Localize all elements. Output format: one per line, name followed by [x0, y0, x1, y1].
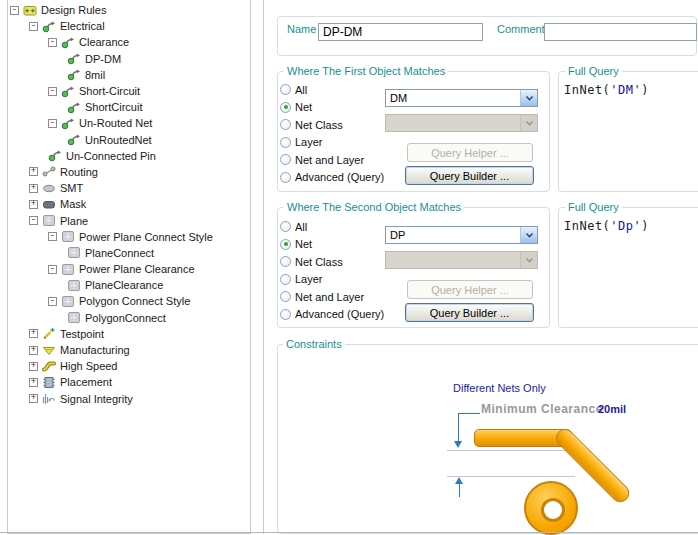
expand-toggle[interactable]: + — [29, 167, 38, 176]
plane-icon — [67, 311, 81, 324]
collapse-toggle[interactable]: - — [48, 232, 57, 241]
expand-toggle[interactable]: + — [29, 346, 38, 355]
first-radio-layer[interactable]: Layer — [280, 134, 384, 152]
second-radio-net[interactable]: Net — [280, 236, 384, 254]
expand-toggle[interactable]: + — [29, 378, 38, 387]
min-clearance-value[interactable]: 20mil — [598, 403, 626, 415]
expand-toggle[interactable]: + — [29, 394, 38, 403]
query-prefix: InNet( — [564, 219, 610, 233]
expand-toggle[interactable]: + — [29, 329, 38, 338]
tree-item-label: ShortCircuit — [85, 101, 142, 113]
design-rules-dialog: -Design Rules-Electrical-ClearanceDP-DM8… — [0, 0, 698, 535]
tree-item-power-plane-connect-style[interactable]: -Power Plane Connect Style — [8, 229, 250, 245]
radio-icon[interactable] — [280, 102, 291, 113]
collapse-toggle[interactable]: - — [48, 265, 57, 274]
second-query-helper-button[interactable]: Query Helper ... — [407, 280, 533, 299]
collapse-toggle[interactable]: - — [48, 119, 57, 128]
radio-icon[interactable] — [280, 239, 291, 250]
tree-item-shortcircuit[interactable]: ShortCircuit — [8, 99, 250, 115]
chevron-down-icon[interactable] — [520, 90, 537, 106]
radio-label: Net Class — [295, 119, 343, 131]
radio-icon[interactable] — [280, 291, 291, 302]
first-query-helper-button[interactable]: Query Helper ... — [407, 143, 533, 162]
radio-icon[interactable] — [280, 274, 291, 285]
collapse-toggle[interactable]: - — [29, 216, 38, 225]
second-radio-net-class[interactable]: Net Class — [280, 253, 384, 271]
expand-toggle[interactable]: + — [29, 362, 38, 371]
first-radio-net-and-layer[interactable]: Net and Layer — [280, 151, 384, 169]
chevron-down-icon[interactable] — [520, 227, 537, 243]
tree-item-design-rules[interactable]: -Design Rules — [8, 2, 250, 18]
tree-item-un-routed-net[interactable]: -Un-Routed Net — [8, 115, 250, 131]
first-radio-net[interactable]: Net — [280, 99, 384, 117]
radio-icon[interactable] — [280, 119, 291, 130]
collapse-toggle[interactable]: - — [48, 38, 57, 47]
plane-icon — [61, 263, 75, 276]
plane-icon — [61, 295, 75, 308]
tree-item-label: Signal Integrity — [60, 393, 133, 405]
expand-toggle[interactable]: + — [29, 200, 38, 209]
first-net-select[interactable]: DM — [385, 89, 538, 107]
radio-label: Net Class — [295, 256, 343, 268]
rule-comment-input[interactable] — [544, 23, 697, 41]
radio-label: Net — [295, 238, 312, 250]
first-netclass-select-disabled — [385, 114, 538, 132]
tree-item-clearance[interactable]: -Clearance — [8, 34, 250, 50]
radio-icon[interactable] — [280, 309, 291, 320]
tree-item-planeconnect[interactable]: PlaneConnect — [8, 245, 250, 261]
tree-item-dp-dm[interactable]: DP-DM — [8, 51, 250, 67]
second-net-select[interactable]: DP — [385, 226, 538, 244]
second-radio-layer[interactable]: Layer — [280, 271, 384, 289]
tree-item-signal-integrity[interactable]: +Signal Integrity — [8, 391, 250, 407]
tree-item-mask[interactable]: +Mask — [8, 196, 250, 212]
tree-item-8mil[interactable]: 8mil — [8, 67, 250, 83]
tree-item-power-plane-clearance[interactable]: -Power Plane Clearance — [8, 261, 250, 277]
radio-icon[interactable] — [280, 256, 291, 267]
tree-item-routing[interactable]: +Routing — [8, 164, 250, 180]
second-radio-net-and-layer[interactable]: Net and Layer — [280, 288, 384, 306]
radio-icon[interactable] — [280, 137, 291, 148]
window-bottom-edge — [0, 532, 698, 533]
collapse-toggle[interactable]: - — [29, 22, 38, 31]
rule-name-input[interactable] — [318, 23, 483, 41]
tree-item-unroutednet[interactable]: UnRoutedNet — [8, 132, 250, 148]
first-radio-net-class[interactable]: Net Class — [280, 116, 384, 134]
tree-item-smt[interactable]: +SMT — [8, 180, 250, 196]
tree-item-label: PlaneClearance — [85, 279, 163, 291]
tree-item-planeclearance[interactable]: PlaneClearance — [8, 277, 250, 293]
chevron-down-icon — [520, 252, 537, 268]
tree-item-testpoint[interactable]: +Testpoint — [8, 326, 250, 342]
tree-item-short-circuit[interactable]: -Short-Circuit — [8, 83, 250, 99]
second-radio-all[interactable]: All — [280, 218, 384, 236]
first-radio-all[interactable]: All — [280, 81, 384, 99]
second-query-builder-button[interactable]: Query Builder ... — [405, 303, 534, 322]
second-radio-advanced-query[interactable]: Advanced (Query) — [280, 306, 384, 324]
tree-item-manufacturing[interactable]: +Manufacturing — [8, 342, 250, 358]
collapse-toggle[interactable]: - — [48, 297, 57, 306]
rule-icon — [67, 133, 81, 146]
tree-item-placement[interactable]: +Placement — [8, 374, 250, 390]
radio-label: Advanced (Query) — [295, 308, 384, 320]
radio-icon[interactable] — [280, 84, 291, 95]
tree-item-un-connected-pin[interactable]: Un-Connected Pin — [8, 148, 250, 164]
collapse-toggle[interactable]: - — [48, 87, 57, 96]
radio-icon[interactable] — [280, 154, 291, 165]
expand-toggle[interactable]: + — [29, 184, 38, 193]
tree-item-plane[interactable]: -Plane — [8, 212, 250, 228]
tree-item-polygonconnect[interactable]: PolygonConnect — [8, 310, 250, 326]
rule-icon — [48, 149, 62, 162]
radio-icon[interactable] — [280, 172, 291, 183]
radio-label: All — [295, 221, 307, 233]
second-full-query-text: InNet('Dp') — [564, 219, 649, 233]
first-query-builder-button[interactable]: Query Builder ... — [405, 166, 534, 185]
collapse-toggle[interactable]: - — [10, 6, 19, 15]
tree-item-polygon-connect-style[interactable]: -Polygon Connect Style — [8, 293, 250, 309]
radio-icon[interactable] — [280, 221, 291, 232]
pad — [524, 481, 578, 535]
tree-item-label: Un-Routed Net — [79, 117, 152, 129]
query-suffix: ) — [641, 219, 649, 233]
first-radio-advanced-query[interactable]: Advanced (Query) — [280, 169, 384, 187]
tree-item-high-speed[interactable]: +High Speed — [8, 358, 250, 374]
tree-item-label: High Speed — [60, 360, 118, 372]
tree-item-electrical[interactable]: -Electrical — [8, 18, 250, 34]
